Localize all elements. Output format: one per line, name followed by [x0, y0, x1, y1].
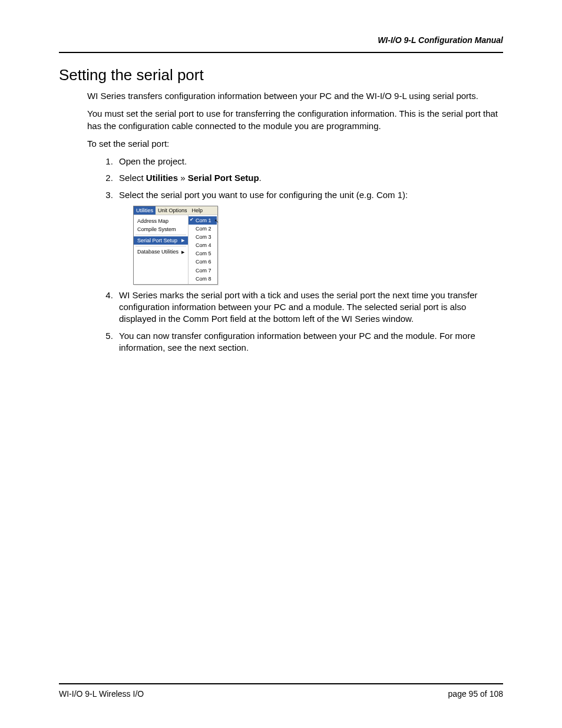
menu-separator: [135, 246, 186, 246]
step-3-text: Select the serial port you want to use f…: [119, 190, 408, 200]
submenu-arrow-icon: ▶: [181, 238, 184, 243]
body-paragraph-3: To set the serial port:: [87, 138, 503, 150]
menu-utilities[interactable]: Utilities: [134, 206, 156, 215]
step-5: You can now transfer configuration infor…: [115, 330, 503, 354]
step-4: WI Series marks the serial port with a t…: [115, 289, 503, 325]
header-title: WI-I/O 9-L Configuration Manual: [59, 35, 503, 45]
menu-separator: [135, 235, 186, 235]
menu-item-com-1[interactable]: ✔ Com 1 ↖: [189, 216, 217, 225]
section-title: Setting the serial port: [59, 66, 503, 84]
step-2-pre: Select: [119, 173, 146, 183]
footer-left: WI-I/O 9-L Wireless I/O: [59, 689, 144, 699]
menu-item-compile-system[interactable]: Compile System: [134, 225, 188, 233]
step-2-bold-1: Utilities: [146, 173, 178, 183]
menu-item-com-2[interactable]: Com 2: [189, 225, 217, 233]
menu-unit-options[interactable]: Unit Options: [156, 206, 190, 215]
step-2-bold-2: Serial Port Setup: [188, 173, 259, 183]
footer: WI-I/O 9-L Wireless I/O page 95 of 108: [59, 683, 503, 699]
menu-item-com-4[interactable]: Com 4: [189, 241, 217, 249]
submenu-arrow-icon: ▶: [181, 249, 184, 255]
menu-item-com-7[interactable]: Com 7: [189, 266, 217, 275]
step-2-post: .: [259, 173, 262, 183]
menu-item-com-8[interactable]: Com 8: [189, 275, 217, 283]
menu-item-com-6[interactable]: Com 6: [189, 258, 217, 266]
menubar: Utilities Unit Options Help: [134, 206, 217, 215]
footer-rule: [59, 683, 503, 684]
footer-right: page 95 of 108: [448, 689, 503, 699]
menu-item-com-3[interactable]: Com 3: [189, 233, 217, 241]
step-2: Select Utilities » Serial Port Setup.: [115, 172, 503, 184]
menu-item-serial-port-setup[interactable]: Serial Port Setup ▶: [134, 236, 188, 245]
dropdown: Address Map Compile System Serial Port S…: [134, 215, 217, 284]
com-port-submenu: ✔ Com 1 ↖ Com 2 Com 3 Com 4 Com 5 Com 6 …: [189, 215, 217, 284]
menu-screenshot: Utilities Unit Options Help Address Map …: [133, 206, 218, 285]
body-paragraph-1: WI Series transfers configuration inform…: [87, 90, 503, 102]
header-rule: [59, 52, 503, 53]
cursor-icon: ↖: [214, 218, 219, 225]
body-paragraph-2: You must set the serial port to use for …: [87, 108, 503, 132]
utilities-submenu: Address Map Compile System Serial Port S…: [134, 215, 189, 284]
step-2-mid: »: [178, 173, 188, 183]
menu-item-address-map[interactable]: Address Map: [134, 217, 188, 225]
menu-help[interactable]: Help: [190, 206, 206, 215]
step-1: Open the project.: [115, 156, 503, 167]
steps-list: Open the project. Select Utilities » Ser…: [87, 156, 503, 354]
step-3: Select the serial port you want to use f…: [115, 189, 503, 285]
checkmark-icon: ✔: [190, 217, 194, 223]
menu-item-com-5[interactable]: Com 5: [189, 249, 217, 258]
menu-item-database-utilities[interactable]: Database Utilities ▶: [134, 248, 188, 256]
